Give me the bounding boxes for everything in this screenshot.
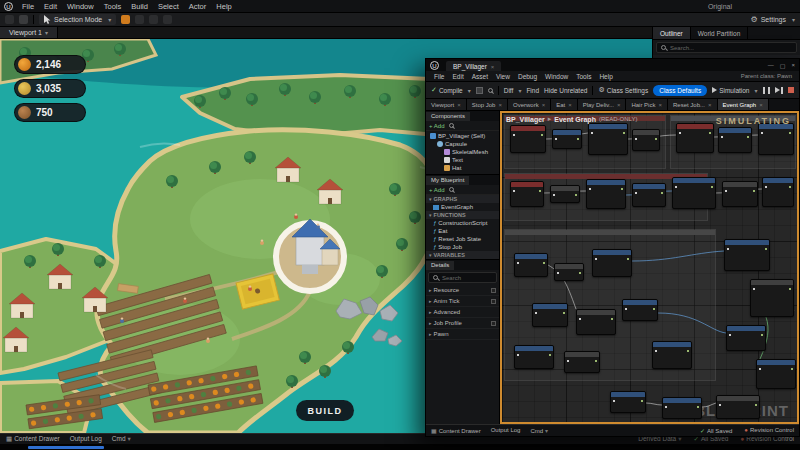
- content-browser-icon[interactable]: [19, 15, 28, 24]
- blueprint-item-reset-job-state[interactable]: ƒReset Job State: [426, 235, 499, 243]
- add-component-button[interactable]: + Add: [429, 123, 445, 129]
- graph-node[interactable]: [622, 299, 658, 321]
- bp-menu-asset[interactable]: Asset: [468, 72, 492, 81]
- graph-node[interactable]: [552, 129, 582, 149]
- graph-node[interactable]: [564, 351, 600, 373]
- find-button[interactable]: Find: [526, 87, 539, 94]
- hide-unrelated-button[interactable]: Hide Unrelated: [544, 87, 587, 94]
- resource-counter-wood[interactable]: 750: [14, 103, 86, 122]
- blueprint-asset-tab[interactable]: BP_Villager ×: [446, 61, 501, 71]
- menu-build[interactable]: Build: [126, 1, 153, 12]
- event-graph[interactable]: BP_Villager ▸ Event Graph (READ-ONLY) SI…: [500, 111, 799, 424]
- graph-node[interactable]: [652, 341, 692, 369]
- doc-tab-event-graph[interactable]: Event Graph×: [718, 99, 769, 110]
- breadcrumb-current[interactable]: Event Graph: [554, 116, 596, 123]
- graph-node[interactable]: [758, 123, 794, 155]
- panel-tab-world-partition[interactable]: World Partition: [691, 27, 749, 39]
- graph-node[interactable]: [632, 129, 660, 151]
- graph-node[interactable]: [716, 395, 760, 419]
- details-category-job-profile[interactable]: ▸Job Profile: [426, 318, 499, 329]
- blueprint-item-eventgraph[interactable]: EventGraph: [426, 203, 499, 211]
- bp-status-all-saved[interactable]: All Saved: [700, 427, 732, 434]
- save-all-icon[interactable]: [5, 15, 14, 24]
- details-category-resource[interactable]: ▸Resource: [426, 285, 499, 296]
- graph-node[interactable]: [750, 279, 794, 317]
- minimize-icon[interactable]: —: [768, 62, 774, 69]
- close-tab-icon[interactable]: ×: [457, 102, 461, 108]
- graph-node[interactable]: [586, 179, 626, 209]
- save-icon[interactable]: [476, 87, 483, 94]
- graph-node[interactable]: [588, 123, 628, 155]
- stop-button[interactable]: [788, 87, 794, 93]
- bp-status-content-drawer[interactable]: Content Drawer: [431, 427, 481, 434]
- menu-edit[interactable]: Edit: [39, 1, 62, 12]
- cinematics-icon[interactable]: [163, 15, 172, 24]
- bp-status-revision-control[interactable]: Revision Control: [744, 427, 794, 434]
- component-bp-villager-self[interactable]: BP_Villager (Self): [426, 132, 499, 140]
- search-icon[interactable]: [449, 123, 454, 128]
- my-blueprint-tab[interactable]: My Blueprint: [426, 176, 469, 185]
- bp-status-output-log[interactable]: Output Log: [491, 427, 521, 434]
- doc-tab-eat[interactable]: Eat×: [551, 99, 578, 110]
- details-category-advanced[interactable]: ▸Advanced: [426, 307, 499, 318]
- graph-node[interactable]: [514, 253, 548, 277]
- graph-node[interactable]: [532, 303, 568, 327]
- pause-button[interactable]: [763, 87, 770, 94]
- maximize-icon[interactable]: ▢: [780, 62, 786, 69]
- status-content-drawer[interactable]: Content Drawer: [6, 435, 60, 443]
- checkbox[interactable]: [491, 299, 496, 304]
- build-button[interactable]: BUILD: [296, 400, 354, 421]
- diff-button[interactable]: Diff: [504, 87, 522, 94]
- close-tab-icon[interactable]: ×: [542, 102, 546, 108]
- doc-tab-hair-pick[interactable]: Hair Pick×: [626, 99, 668, 110]
- doc-tab-stop-job[interactable]: Stop Job×: [467, 99, 508, 110]
- bp-menu-view[interactable]: View: [492, 72, 514, 81]
- details-search[interactable]: Search: [428, 272, 497, 283]
- status-output-log[interactable]: Output Log: [70, 435, 102, 443]
- blueprint-item-constructionscript[interactable]: ƒConstructionScript: [426, 219, 499, 227]
- component-skeletalmesh[interactable]: SkeletalMesh: [426, 148, 499, 156]
- graph-node[interactable]: [514, 345, 554, 369]
- search-icon[interactable]: [449, 187, 454, 192]
- graph-node[interactable]: [724, 239, 770, 271]
- blueprint-item-eat[interactable]: ƒEat: [426, 227, 499, 235]
- graph-node[interactable]: [762, 177, 794, 207]
- menu-actor[interactable]: Actor: [184, 1, 212, 12]
- doc-tab-viewport[interactable]: Viewport×: [426, 99, 467, 110]
- resource-counter-pumpkin[interactable]: 2,146: [14, 55, 86, 74]
- component-hat[interactable]: Hat: [426, 164, 499, 172]
- menu-select[interactable]: Select: [153, 1, 184, 12]
- bp-status-cmd[interactable]: Cmd: [530, 427, 548, 434]
- resource-counter-wheat[interactable]: 3,035: [14, 79, 86, 98]
- graph-node[interactable]: [576, 309, 616, 335]
- close-tab-icon[interactable]: ×: [759, 102, 763, 108]
- simulation-button[interactable]: Simulation: [712, 87, 757, 94]
- close-tab-icon[interactable]: ×: [658, 102, 662, 108]
- outliner-search[interactable]: Search...: [656, 42, 797, 53]
- graph-node[interactable]: [672, 177, 716, 209]
- bp-menu-tools[interactable]: Tools: [572, 72, 595, 81]
- class-settings-button[interactable]: ⚙ Class Settings: [598, 86, 648, 94]
- breadcrumb-root[interactable]: BP_Villager: [506, 116, 545, 123]
- section-graphs[interactable]: ▾GRAPHS: [426, 195, 499, 203]
- graph-node[interactable]: [592, 249, 632, 277]
- viewport-tab[interactable]: Viewport 1: [0, 27, 58, 38]
- close-tab-icon[interactable]: ×: [568, 102, 572, 108]
- menu-help[interactable]: Help: [211, 1, 236, 12]
- component-text[interactable]: Text: [426, 156, 499, 164]
- doc-tab-overwork[interactable]: Overwork×: [508, 99, 551, 110]
- bp-menu-edit[interactable]: Edit: [448, 72, 467, 81]
- status-cmd[interactable]: Cmd: [112, 435, 131, 443]
- section-functions[interactable]: ▾FUNCTIONS: [426, 211, 499, 219]
- details-tab[interactable]: Details: [426, 261, 454, 270]
- graph-node[interactable]: [554, 263, 584, 281]
- settings-dropdown[interactable]: ⚙ Settings: [751, 16, 795, 24]
- bp-menu-window[interactable]: Window: [541, 72, 572, 81]
- blueprint-item-stop-job[interactable]: ƒStop Job: [426, 243, 499, 251]
- checkbox[interactable]: [491, 288, 496, 293]
- panel-tab-outliner[interactable]: Outliner: [653, 27, 691, 39]
- quick-add-icon[interactable]: [135, 15, 144, 24]
- menu-window[interactable]: Window: [62, 1, 99, 12]
- close-icon[interactable]: ×: [791, 62, 795, 69]
- unreal-logo-icon[interactable]: U: [4, 2, 13, 11]
